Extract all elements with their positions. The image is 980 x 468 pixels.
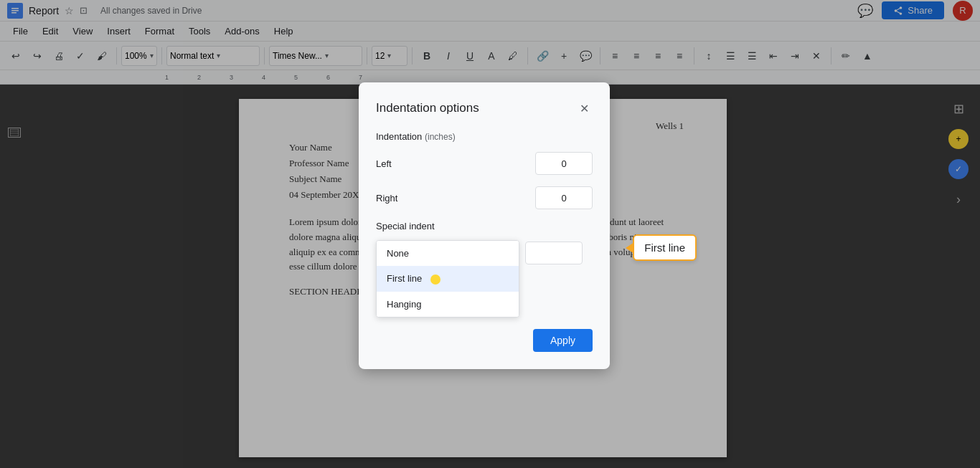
indentation-unit: (inches)	[425, 132, 456, 142]
first-line-tooltip: First line	[633, 234, 697, 261]
dropdown-item-first-line[interactable]: First line	[377, 266, 519, 292]
special-indent-row: None First line Hanging First line	[376, 240, 593, 317]
indentation-options-modal: Indentation options ✕ Indentation (inche…	[359, 82, 610, 369]
left-input[interactable]	[535, 152, 593, 175]
selection-dot	[430, 274, 440, 285]
modal-overlay: Indentation options ✕ Indentation (inche…	[0, 0, 980, 468]
special-indent-dropdown[interactable]: None First line Hanging	[376, 240, 519, 317]
special-indent-value-input[interactable]	[525, 242, 583, 264]
indentation-label: Indentation	[376, 131, 422, 142]
dropdown-item-none[interactable]: None	[377, 241, 519, 266]
tooltip-arrow	[626, 242, 634, 254]
modal-close-button[interactable]: ✕	[575, 100, 593, 117]
right-input[interactable]	[535, 186, 593, 209]
dropdown-item-hanging[interactable]: Hanging	[377, 292, 519, 317]
right-field-row: Right	[376, 186, 593, 209]
modal-footer: Apply	[376, 329, 593, 352]
indentation-section-label: Indentation (inches)	[376, 131, 593, 142]
left-field-row: Left	[376, 152, 593, 175]
modal-title: Indentation options	[376, 101, 479, 115]
right-label: Right	[376, 193, 397, 204]
special-indent-label: Special indent	[376, 221, 593, 231]
left-label: Left	[376, 158, 392, 169]
tooltip-text: First line	[644, 242, 685, 254]
apply-button[interactable]: Apply	[533, 329, 593, 352]
modal-header: Indentation options ✕	[376, 100, 593, 117]
